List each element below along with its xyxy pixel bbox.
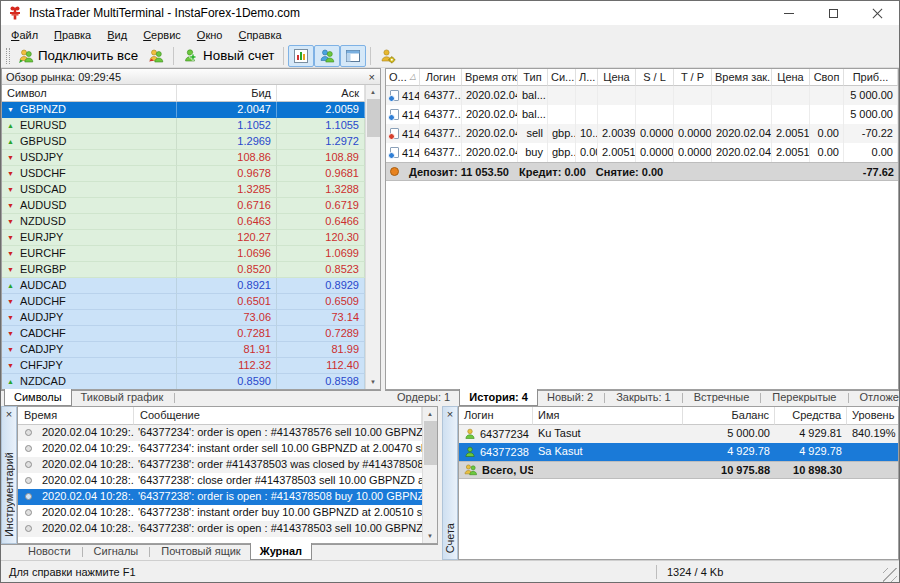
tab-mailbox[interactable]: Почтовый ящик	[152, 544, 249, 560]
maximize-button[interactable]	[811, 1, 855, 25]
menu-view[interactable]: Вид	[99, 27, 135, 43]
toggle-accounts-button[interactable]	[314, 45, 340, 67]
connect-all-button[interactable]: Подключить все	[13, 45, 143, 67]
toolbox-dock-strip[interactable]: × Инструментарий	[1, 406, 17, 544]
market-row[interactable]: ▼EURGBP 0.8520 0.8523	[2, 262, 365, 278]
scrollbar-thumb[interactable]	[367, 99, 380, 137]
column-header-equity[interactable]: Средства	[775, 407, 847, 425]
column-header-sl[interactable]: S / L	[636, 69, 674, 86]
account-row[interactable]: 64377234 Ku Tasut 5 000.00 4 929.81 840.…	[459, 425, 898, 443]
tab-news[interactable]: Новости	[19, 544, 80, 560]
column-header-type[interactable]: Тип	[518, 69, 548, 86]
scroll-up-icon[interactable]: ▲	[366, 85, 380, 99]
journal-row[interactable]: 2020.02.04 10:29:... '64377234': order i…	[18, 425, 422, 441]
resize-grip[interactable]	[883, 568, 897, 582]
accounts-total-label: Всего, USD	[482, 462, 533, 478]
market-row[interactable]: ▼AUDUSD 0.6716 0.6719	[2, 198, 365, 214]
journal-scrollbar[interactable]: ▲ ▼	[422, 407, 437, 543]
column-header-name[interactable]: Имя	[533, 407, 683, 425]
tab-journal[interactable]: Журнал	[250, 543, 312, 560]
column-header-balance[interactable]: Баланс	[683, 407, 775, 425]
menu-help[interactable]: Справка	[230, 27, 289, 43]
scroll-down-icon[interactable]: ▼	[423, 529, 437, 543]
column-header-ask[interactable]: Аск	[277, 85, 365, 102]
tab-symbols[interactable]: Символы	[4, 389, 72, 406]
column-header-level[interactable]: Уровень	[847, 407, 899, 425]
tab-overlapped[interactable]: Перекрытые	[763, 390, 845, 406]
toggle-market-watch-button[interactable]	[288, 45, 314, 67]
column-header-profit[interactable]: Приб...	[844, 69, 898, 86]
close-icon[interactable]: ×	[368, 72, 376, 82]
column-header-open-time[interactable]: Время отк...	[462, 69, 518, 86]
market-row[interactable]: ▼NZDUSD 0.6463 0.6466	[2, 214, 365, 230]
new-account-button[interactable]: Новый счет	[178, 45, 279, 67]
column-header-tp[interactable]: T / P	[674, 69, 712, 86]
menu-window[interactable]: Окно	[189, 27, 231, 43]
scroll-down-icon[interactable]: ▼	[366, 375, 380, 389]
log-time: 2020.02.04 10:28:...	[38, 473, 134, 489]
column-header-message[interactable]: Сообщение	[134, 407, 422, 425]
minimize-button[interactable]	[767, 1, 811, 25]
column-header-symbol[interactable]: Си...	[548, 69, 576, 86]
close-icon[interactable]: ×	[5, 409, 13, 419]
close-icon[interactable]: ×	[446, 409, 454, 419]
history-row[interactable]: 414... 64377... 2020.02.04 ... sell gbp.…	[386, 124, 898, 143]
market-row[interactable]: ▼EURCHF 1.0696 1.0699	[2, 246, 365, 262]
account-row-selected[interactable]: 64377238 Sa Kasut 4 929.78 4 929.78	[459, 443, 898, 461]
market-row[interactable]: ▼USDJPY 108.86 108.89	[2, 150, 365, 166]
journal-row[interactable]: 2020.02.04 10:28:... '64377238': order #…	[18, 457, 422, 473]
journal-row[interactable]: 2020.02.04 10:28:... '64377238': order i…	[18, 521, 422, 537]
menu-file[interactable]: Файл	[3, 27, 46, 43]
column-header-close-price[interactable]: Цена	[772, 69, 810, 86]
column-header-lots[interactable]: Л...	[576, 69, 598, 86]
market-row[interactable]: ▼GBPNZD 2.0047 2.0059	[2, 102, 365, 118]
market-row[interactable]: ▼CHFJPY 112.32 112.40	[2, 358, 365, 374]
history-row[interactable]: 414... 64377... 2020.02.04 ... bal... 5 …	[386, 86, 898, 105]
market-row[interactable]: ▲EURUSD 1.1052 1.1055	[2, 118, 365, 134]
history-row[interactable]: 414... 64377... 2020.02.04 ... buy gbp..…	[386, 143, 898, 162]
column-header-swap[interactable]: Своп	[810, 69, 844, 86]
market-row[interactable]: ▼USDCHF 0.9678 0.9681	[2, 166, 365, 182]
toolbar-grip[interactable]	[6, 48, 10, 64]
journal-row[interactable]: 2020.02.04 10:28:... '64377238': instant…	[18, 505, 422, 521]
tab-close[interactable]: Закрыть: 1	[607, 390, 680, 406]
column-header-bid[interactable]: Бид	[177, 85, 277, 102]
scrollbar-thumb[interactable]	[424, 421, 437, 465]
market-row[interactable]: ▼AUDJPY 73.06 73.14	[2, 310, 365, 326]
tab-orders[interactable]: Ордеры: 1	[388, 390, 459, 406]
market-row[interactable]: ▼CADJPY 81.91 81.99	[2, 342, 365, 358]
market-watch-scrollbar[interactable]: ▲ ▼	[365, 85, 380, 389]
tab-history[interactable]: История: 4	[459, 389, 538, 406]
tab-signals[interactable]: Сигналы	[85, 544, 148, 560]
market-row[interactable]: ▲GBPUSD 1.2969 1.2972	[2, 134, 365, 150]
market-row[interactable]: ▼EURJPY 120.27 120.30	[2, 230, 365, 246]
tab-opposite[interactable]: Встречные	[685, 390, 759, 406]
column-header-price[interactable]: Цена	[598, 69, 636, 86]
column-header-order[interactable]: О...△	[386, 69, 420, 86]
tab-tick-chart[interactable]: Тиковый график	[72, 390, 173, 406]
tab-pending[interactable]: Отложенный: 1	[851, 390, 900, 406]
market-row[interactable]: ▼CADCHF 0.7281 0.7289	[2, 326, 365, 342]
column-header-time[interactable]: Время	[18, 407, 134, 425]
scroll-up-icon[interactable]: ▲	[423, 407, 437, 421]
journal-row[interactable]: 2020.02.04 10:29:... '64377234': instant…	[18, 441, 422, 457]
market-row[interactable]: ▼USDCAD 1.3285 1.3288	[2, 182, 365, 198]
disconnect-all-button[interactable]	[143, 45, 169, 67]
market-row[interactable]: ▲NZDCAD 0.8590 0.8598	[2, 374, 365, 389]
journal-row[interactable]: 2020.02.04 10:28:... '64377238': close o…	[18, 473, 422, 489]
journal-row-selected[interactable]: 2020.02.04 10:28:... '64377238': order i…	[18, 489, 422, 505]
history-row[interactable]: 414... 64377... 2020.02.04 ... bal... 5 …	[386, 105, 898, 124]
menu-edit[interactable]: Правка	[46, 27, 99, 43]
menu-service[interactable]: Сервис	[135, 27, 189, 43]
market-row[interactable]: ▼AUDCHF 0.6501 0.6509	[2, 294, 365, 310]
market-row[interactable]: ▲AUDCAD 0.8921 0.8929	[2, 278, 365, 294]
accounts-dock-strip[interactable]: × Счета	[442, 406, 458, 560]
column-header-login[interactable]: Логин	[459, 407, 533, 425]
column-header-symbol[interactable]: Символ	[2, 85, 177, 102]
tab-new[interactable]: Новый: 2	[538, 390, 602, 406]
close-button[interactable]	[855, 1, 899, 25]
column-header-close-time[interactable]: Время зак...	[712, 69, 772, 86]
column-header-login[interactable]: Логин	[420, 69, 462, 86]
toggle-toolbox-button[interactable]	[340, 45, 366, 67]
account-settings-button[interactable]	[375, 45, 401, 67]
